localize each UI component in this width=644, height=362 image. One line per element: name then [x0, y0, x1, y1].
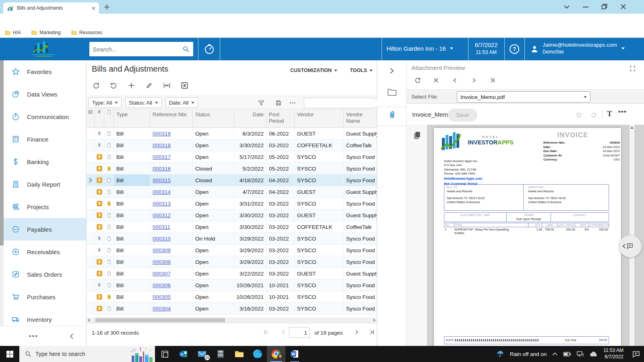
bookmark-item[interactable]: HIA — [5, 30, 21, 35]
reference-link[interactable]: 000311 — [153, 224, 170, 230]
sidebar-item-data-views[interactable]: Data Views — [0, 83, 86, 105]
table-row[interactable]: Bill000317Open5/17/202205-2022SYSCOSysco… — [87, 151, 377, 163]
attachments-tab-icon[interactable] — [388, 110, 396, 120]
reference-link[interactable]: 000314 — [153, 189, 171, 195]
last-page-icon[interactable] — [368, 329, 376, 336]
table-row[interactable]: Bill000316Closed5/2/202205-2022SYSCOSysc… — [87, 163, 377, 175]
prev-page-icon[interactable] — [280, 329, 287, 336]
global-search[interactable] — [89, 42, 193, 56]
scroll-up-icon[interactable] — [630, 126, 634, 129]
fit-to-screen-icon[interactable] — [163, 81, 171, 90]
reference-link[interactable]: 000313 — [153, 201, 171, 207]
browser-tab[interactable]: Bills and Adjustments — [3, 2, 99, 14]
taskbar-mail[interactable]: 25 — [193, 346, 211, 362]
reference-link[interactable]: 000304 — [153, 306, 171, 312]
fullscreen-icon[interactable] — [629, 65, 636, 72]
document-tab-label[interactable]: Invoice_Memo — [412, 111, 452, 118]
invoice-link[interactable]: HotelInvestorApps.com — [444, 176, 482, 181]
panel-refresh-icon[interactable] — [414, 76, 421, 84]
network-icon[interactable] — [577, 351, 584, 357]
help-icon[interactable]: ? — [510, 44, 519, 54]
app-logo[interactable] — [25, 40, 62, 58]
scrollbar-thumb[interactable] — [95, 318, 225, 322]
table-row[interactable]: Bill000305Open10/26/202110-2021SYSCOSysc… — [87, 291, 377, 303]
reference-link[interactable]: 000306 — [153, 282, 171, 288]
undo-annotation-icon[interactable] — [575, 111, 583, 119]
refresh-icon[interactable] — [92, 81, 100, 90]
taskbar-outlook[interactable]: O — [174, 346, 193, 362]
horizontal-scrollbar[interactable] — [87, 317, 377, 323]
filter-type[interactable]: Type: All — [89, 97, 122, 108]
reference-link[interactable]: 000307 — [153, 271, 171, 277]
table-row[interactable]: Bill000311Open3/30/202203-2022COFFEETALK… — [87, 221, 377, 233]
attachments-column-icon[interactable] — [95, 109, 104, 128]
taskbar-file-explorer[interactable] — [230, 346, 248, 362]
table-row[interactable]: Bill000312Open3/30/202203-2022GUESTGuest… — [87, 210, 377, 221]
table-row[interactable]: Bill000309Open3/29/202203-2022SYSCOSysco… — [87, 245, 377, 256]
column-header-vendor-name[interactable]: Vendor Name — [344, 109, 377, 128]
sidebar-item-receivables[interactable]: Receivables — [0, 241, 86, 263]
edit-record-icon[interactable] — [145, 81, 153, 90]
business-date-icon[interactable] — [203, 43, 215, 55]
column-header-post-period[interactable]: Post Period — [266, 109, 295, 128]
global-search-input[interactable] — [89, 46, 182, 53]
first-page-icon[interactable] — [262, 329, 270, 336]
grid-more-options-icon[interactable]: ... — [290, 98, 296, 105]
table-row[interactable]: Bill000319Open6/3/202206-2022GUESTGuest … — [87, 128, 377, 140]
page-number-input[interactable] — [289, 327, 310, 338]
business-date[interactable]: 6/7/2022 11:53 AM — [468, 42, 504, 55]
reference-link[interactable]: 000317 — [153, 154, 171, 160]
undo-icon[interactable] — [109, 81, 118, 90]
panel-next-icon[interactable] — [470, 76, 478, 84]
reference-link[interactable]: 000315 — [153, 177, 171, 183]
search-icon[interactable] — [182, 45, 190, 53]
reference-link[interactable]: 000316 — [153, 166, 171, 172]
hidden-icons-chevron[interactable] — [552, 352, 557, 356]
table-row[interactable]: Bill000315Closed4/18/202204-2022SYSCOSys… — [87, 175, 377, 186]
sidebar-item-banking[interactable]: Banking — [0, 150, 86, 173]
column-header-date[interactable]: Date — [234, 109, 266, 128]
row-settings-icon[interactable] — [87, 109, 95, 128]
task-view-button[interactable] — [155, 346, 174, 362]
start-button[interactable] — [0, 346, 19, 362]
file-select-dropdown[interactable]: Invoice_Memo.pdf — [457, 91, 590, 103]
redo-annotation-icon[interactable] — [590, 111, 598, 119]
notes-column-icon[interactable] — [104, 109, 114, 128]
sidebar-item-finance[interactable]: Finance — [0, 128, 86, 150]
more-items-icon[interactable]: ••• — [29, 333, 38, 340]
column-header-reference[interactable]: Reference Nbr. — [150, 109, 193, 128]
filter-date[interactable]: Date: All — [165, 97, 198, 108]
taskbar-calculator[interactable] — [211, 346, 230, 362]
panel-last-icon[interactable] — [489, 76, 496, 84]
column-header-vendor[interactable]: Vendor — [295, 109, 344, 128]
weather-text[interactable]: Rain off and on — [510, 351, 547, 357]
table-row[interactable]: Bill000313Open3/31/202203-2022SYSCOSysco… — [87, 198, 377, 210]
weather-umbrella-icon[interactable] — [496, 350, 504, 358]
onedrive-cloud-icon[interactable] — [590, 352, 598, 357]
reference-link[interactable]: 000309 — [153, 247, 171, 253]
export-to-excel-icon[interactable] — [180, 81, 189, 90]
user-menu-chevron-icon[interactable] — [621, 47, 625, 49]
folder-tab-icon[interactable] — [387, 88, 397, 97]
taskbar-edge[interactable] — [248, 346, 267, 362]
column-header-status[interactable]: Status — [193, 109, 234, 128]
tab-close-icon[interactable] — [91, 6, 96, 10]
filter-funnel-icon[interactable] — [258, 99, 265, 107]
sidebar-item-sales-orders[interactable]: Sales Orders — [0, 263, 86, 286]
table-row[interactable]: Bill000314Open4/7/202204-2022GUESTGuest … — [87, 186, 377, 198]
sidebar-item-daily-report[interactable]: Daily Report — [0, 173, 86, 195]
grid-search-input[interactable] — [304, 100, 380, 106]
taskbar-search[interactable]: Type here to search — [19, 346, 155, 362]
taskbar-word[interactable]: W — [285, 346, 304, 362]
sidebar-item-communication[interactable]: Communication — [0, 105, 86, 128]
bookmark-item[interactable]: Resources — [71, 30, 102, 35]
save-button[interactable]: Save — [448, 109, 477, 121]
taskbar-chrome[interactable] — [267, 346, 285, 362]
reference-link[interactable]: 000312 — [153, 212, 171, 218]
table-row[interactable]: Bill000304Open3/16/202203-2022SYSCOSysco… — [87, 303, 377, 315]
collapse-sidebar-icon[interactable] — [69, 333, 74, 339]
table-row[interactable]: Bill000310On Hold3/29/202203-2022SYSCOSy… — [87, 233, 377, 245]
scroll-right-icon[interactable] — [374, 319, 376, 322]
pages-icon[interactable] — [413, 131, 421, 140]
battery-icon[interactable] — [563, 352, 571, 357]
